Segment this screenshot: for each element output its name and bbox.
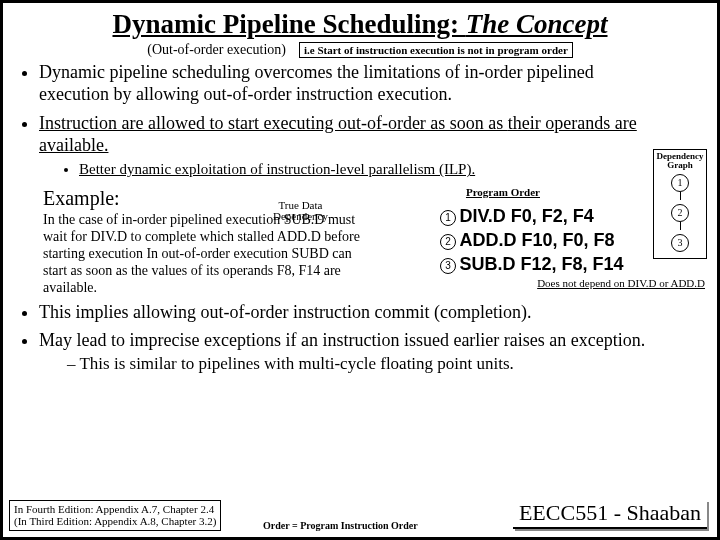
bullet-4-sub: This is similar to pipelines with multi-… <box>67 354 705 374</box>
dep-graph-label: Dependency Graph <box>655 152 705 170</box>
instr-num-1: 1 <box>440 210 456 226</box>
example-area: Example: Program Order True Data Depende… <box>43 186 705 296</box>
instr-num-3: 3 <box>440 258 456 274</box>
instr-note: Does not depend on DIV.D or ADD.D <box>440 277 705 290</box>
true-data-dep-label: True Data Dependency <box>273 200 328 222</box>
bullet-3: This implies allowing out-of-order instr… <box>39 302 705 324</box>
subtitle-row: (Out-of-order execution) i.e Start of in… <box>15 42 705 58</box>
top-bullets: Dynamic pipeline scheduling overcomes th… <box>39 62 705 178</box>
instr-mnem-2: ADD.D F10, F0, F8 <box>460 230 615 250</box>
instr-row-1: 1 DIV.D F0, F2, F4 <box>440 206 705 228</box>
program-order-label: Program Order <box>466 186 540 199</box>
bottom-bullets: This implies allowing out-of-order instr… <box>39 302 705 374</box>
subtitle-note: i.e Start of instruction execution is no… <box>299 42 573 58</box>
instr-mnem-1: DIV.D F0, F2, F4 <box>460 206 594 226</box>
instr-row-3: 3 SUB.D F12, F8, F14 <box>440 254 705 276</box>
bullet-2-sublist: Better dynamic exploitation of instructi… <box>79 160 651 178</box>
bullet-2: Instruction are allowed to start executi… <box>39 113 705 178</box>
footer-course-tag: EECC551 - Shaaban <box>513 500 707 529</box>
true-data-b: Dependency <box>273 210 328 222</box>
example-label: Example: <box>43 186 120 210</box>
bullet-1: Dynamic pipeline scheduling overcomes th… <box>39 62 705 105</box>
bullet-4-text: May lead to imprecise exceptions if an i… <box>39 330 645 350</box>
instr-num-2: 2 <box>440 234 456 250</box>
bullet-4: May lead to imprecise exceptions if an i… <box>39 330 705 374</box>
bullet-2-sub: Better dynamic exploitation of instructi… <box>79 160 651 178</box>
footer-edition-a: In Fourth Edition: Appendix A.7, Chapter… <box>14 503 214 515</box>
slide: Dynamic Pipeline Scheduling: The Concept… <box>0 0 720 540</box>
bullet-2a: Instruction are allowed to start executi… <box>39 113 508 133</box>
subtitle-ooo: (Out-of-order execution) <box>147 42 286 58</box>
bullet-4-sublist: This is similar to pipelines with multi-… <box>67 354 705 374</box>
slide-title: Dynamic Pipeline Scheduling: The Concept <box>15 9 705 40</box>
footer-edition-box: In Fourth Edition: Appendix A.7, Chapter… <box>9 500 221 531</box>
instr-mnem-3: SUB.D F12, F8, F14 <box>460 254 624 274</box>
footer-order-note: Order = Program Instruction Order <box>263 520 418 531</box>
instr-row-2: 2 ADD.D F10, F0, F8 <box>440 230 705 252</box>
footer-edition-b: (In Third Edition: Appendix A.8, Chapter… <box>14 515 216 527</box>
title-text-a: Dynamic Pipeline Scheduling: <box>112 9 465 39</box>
title-text-b: The Concept <box>466 9 608 39</box>
instruction-box: 1 DIV.D F0, F2, F4 2 ADD.D F10, F0, F8 3… <box>440 206 705 290</box>
example-paragraph: In the case of in-order pipelined execut… <box>43 212 373 296</box>
